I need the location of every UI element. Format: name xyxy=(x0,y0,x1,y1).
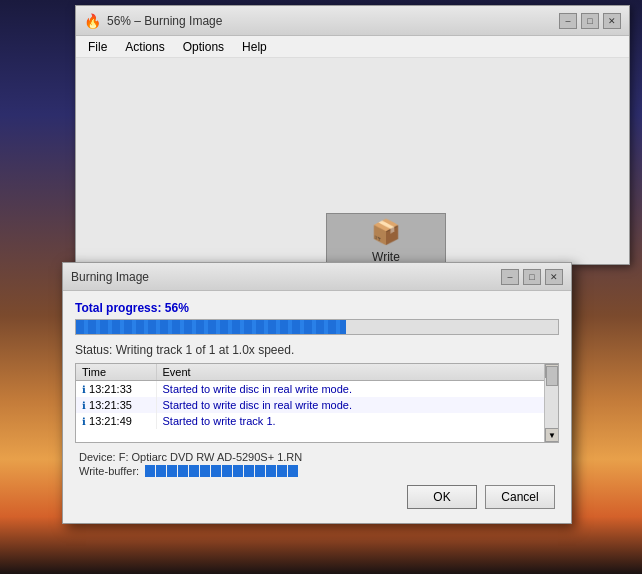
info-icon-3: ℹ xyxy=(82,416,86,427)
log-time-2: ℹ 13:21:35 xyxy=(76,397,156,413)
table-row: ℹ 13:21:33 Started to write disc in real… xyxy=(76,381,558,398)
buf-block xyxy=(200,465,210,477)
ok-button[interactable]: OK xyxy=(407,485,477,509)
buf-block xyxy=(266,465,276,477)
write-buffer-row: Write-buffer: xyxy=(75,465,559,477)
buf-block xyxy=(189,465,199,477)
write-buffer-bar xyxy=(145,465,298,477)
buf-block xyxy=(156,465,166,477)
write-image-icon: 📦 xyxy=(371,218,401,246)
status-text: Status: Writing track 1 of 1 at 1.0x spe… xyxy=(75,343,559,357)
dialog-maximize-button[interactable]: □ xyxy=(523,269,541,285)
table-row: ℹ 13:21:49 Started to write track 1. xyxy=(76,413,558,429)
main-titlebar: 🔥 56% – Burning Image – □ ✕ xyxy=(76,6,629,36)
buf-block xyxy=(178,465,188,477)
buf-block xyxy=(233,465,243,477)
log-table: Time Event ℹ 13:21:33 Started to write d… xyxy=(76,364,558,429)
buf-block xyxy=(222,465,232,477)
col-event: Event xyxy=(156,364,558,381)
dialog-window: Burning Image – □ ✕ Total progress: 56% … xyxy=(62,262,572,524)
buf-block xyxy=(255,465,265,477)
table-row: ℹ 13:21:35 Started to write disc in real… xyxy=(76,397,558,413)
action-buttons: OK Cancel xyxy=(75,485,559,513)
progress-percent: 56% xyxy=(165,301,189,315)
progress-bar-container xyxy=(75,319,559,335)
menu-options[interactable]: Options xyxy=(175,38,232,56)
close-button[interactable]: ✕ xyxy=(603,13,621,29)
dialog-window-controls: – □ ✕ xyxy=(501,269,563,285)
menu-file[interactable]: File xyxy=(80,38,115,56)
log-time-3: ℹ 13:21:49 xyxy=(76,413,156,429)
main-menubar: File Actions Options Help xyxy=(76,36,629,58)
buf-block xyxy=(167,465,177,477)
log-event-2: Started to write disc in real write mode… xyxy=(156,397,558,413)
dialog-titlebar: Burning Image – □ ✕ xyxy=(63,263,571,291)
progress-label: Total progress: 56% xyxy=(75,301,559,315)
minimize-button[interactable]: – xyxy=(559,13,577,29)
dialog-close-button[interactable]: ✕ xyxy=(545,269,563,285)
menu-help[interactable]: Help xyxy=(234,38,275,56)
cancel-button[interactable]: Cancel xyxy=(485,485,555,509)
col-time: Time xyxy=(76,364,156,381)
dialog-title: Burning Image xyxy=(71,270,495,284)
buf-block xyxy=(145,465,155,477)
log-scrollbar[interactable]: ▲ ▼ xyxy=(544,364,558,442)
dialog-body: Total progress: 56% Status: Writing trac… xyxy=(63,291,571,523)
buf-block xyxy=(277,465,287,477)
progress-label-text: Total progress: xyxy=(75,301,161,315)
log-event-3: Started to write track 1. xyxy=(156,413,558,429)
buf-block xyxy=(211,465,221,477)
main-window: 🔥 56% – Burning Image – □ ✕ File Actions… xyxy=(75,5,630,265)
buf-block xyxy=(244,465,254,477)
write-image-box[interactable]: 📦 WriteImage xyxy=(326,213,446,264)
menu-actions[interactable]: Actions xyxy=(117,38,172,56)
progress-bar-fill xyxy=(76,320,346,334)
scrollbar-down-arrow[interactable]: ▼ xyxy=(545,428,559,442)
buf-block xyxy=(288,465,298,477)
main-content-area: 📦 WriteImage xyxy=(76,58,629,264)
log-table-container: Time Event ℹ 13:21:33 Started to write d… xyxy=(75,363,559,443)
maximize-button[interactable]: □ xyxy=(581,13,599,29)
dialog-minimize-button[interactable]: – xyxy=(501,269,519,285)
write-buffer-label: Write-buffer: xyxy=(79,465,139,477)
device-info: Device: F: Optiarc DVD RW AD-5290S+ 1.RN xyxy=(75,451,559,463)
main-window-title: 56% – Burning Image xyxy=(107,14,553,28)
info-icon-2: ℹ xyxy=(82,400,86,411)
main-window-controls: – □ ✕ xyxy=(559,13,621,29)
log-event-1: Started to write disc in real write mode… xyxy=(156,381,558,398)
scrollbar-thumb[interactable] xyxy=(546,366,558,386)
log-time-1: ℹ 13:21:33 xyxy=(76,381,156,398)
app-icon: 🔥 xyxy=(84,13,101,29)
info-icon-1: ℹ xyxy=(82,384,86,395)
